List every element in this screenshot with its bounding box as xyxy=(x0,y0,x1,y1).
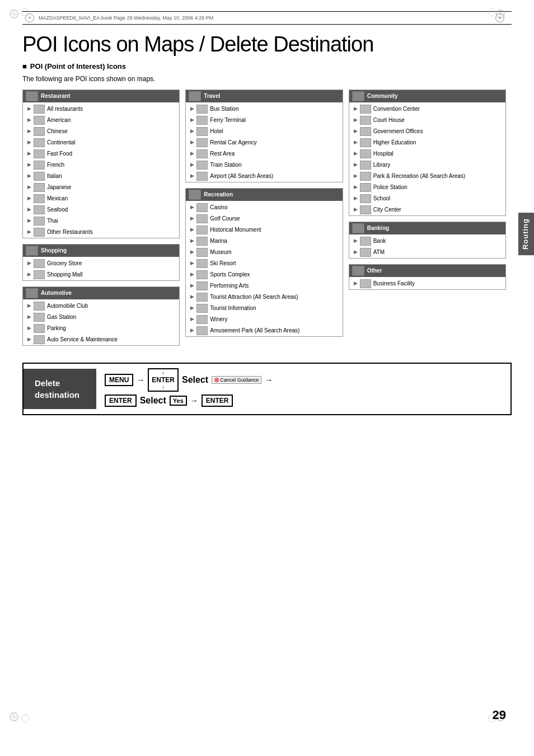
icon-train-station xyxy=(196,161,208,170)
arrow: ▶ xyxy=(354,249,358,256)
arrow: ▶ xyxy=(190,162,194,168)
poi-atm: ▶ ATM xyxy=(349,247,505,258)
corner-bottomleft xyxy=(8,711,20,722)
enter-label-1: ENTER xyxy=(152,376,175,384)
other-header-icon xyxy=(352,266,364,276)
poi-parking: ▶ Parking xyxy=(23,323,179,334)
icon-mexican xyxy=(34,194,45,203)
icon-hotel xyxy=(196,127,208,136)
instruction-row-1: MENU → ↑ ENTER ↓ Select Cancel Guidance … xyxy=(105,368,502,392)
poi-ferry: ▶ Ferry Terminal xyxy=(186,115,342,126)
enter-key-2[interactable]: ENTER xyxy=(105,395,137,407)
poi-japanese: ▶ Japanese xyxy=(23,182,179,193)
poi-hospital: ▶ Hospital xyxy=(349,148,505,159)
icon-italian xyxy=(34,172,45,181)
label-historical: Historical Monument xyxy=(210,227,261,233)
arrow: ▶ xyxy=(354,128,358,135)
arrow: ▶ xyxy=(190,204,194,211)
enter-arrow-down: ↓ xyxy=(162,384,165,389)
arrow: ▶ xyxy=(190,151,194,157)
label-ferry: Ferry Terminal xyxy=(210,117,246,124)
icon-amusement xyxy=(196,326,208,335)
select-label-2: Select xyxy=(140,396,166,406)
icon-shopping-mall xyxy=(34,270,45,279)
label-tourist-attraction: Tourist Attraction (All Search Areas) xyxy=(210,294,298,300)
poi-train-station: ▶ Train Station xyxy=(186,159,342,171)
label-higher-ed: Higher Education xyxy=(373,139,416,146)
label-seafood: Seafood xyxy=(47,206,68,213)
section-heading-text: POI (Point of Interest) Icons xyxy=(30,62,126,71)
delete-label: Delete destination xyxy=(24,369,96,409)
header-bar: MAZDASPEED6_NAVI_EA.book Page 29 Wednesd… xyxy=(22,11,512,25)
header-crosshair-right xyxy=(495,13,504,22)
cancel-guidance-text: Cancel Guidance xyxy=(220,377,259,383)
arrow: ▶ xyxy=(190,305,194,312)
poi-park-rec: ▶ Park & Recreation (All Search Areas) xyxy=(349,171,505,182)
label-atm: ATM xyxy=(373,249,385,256)
restaurant-label: Restaurant xyxy=(41,93,70,99)
label-other-restaurants: Other Restaurants xyxy=(47,229,93,236)
label-ski: Ski Resort xyxy=(210,260,236,267)
label-italian: Italian xyxy=(47,173,62,180)
poi-historical: ▶ Historical Monument xyxy=(186,224,342,236)
label-business: Business Facility xyxy=(373,280,415,287)
label-rental-car: Rental Car Agency xyxy=(210,139,256,146)
arrow: ▶ xyxy=(27,162,31,168)
label-american: American xyxy=(47,117,71,124)
icon-convention xyxy=(360,105,371,114)
enter-key-3[interactable]: ENTER xyxy=(202,395,233,407)
icon-japanese xyxy=(34,183,45,192)
poi-chinese: ▶ Chinese xyxy=(23,126,179,137)
poi-other-restaurants: ▶ Other Restaurants xyxy=(23,227,179,238)
poi-business: ▶ Business Facility xyxy=(349,278,505,289)
category-recreation-header: Recreation xyxy=(186,189,342,201)
arrow: ▶ xyxy=(354,238,358,245)
travel-label: Travel xyxy=(204,93,220,99)
poi-government: ▶ Government Offices xyxy=(349,126,505,137)
label-train-station: Train Station xyxy=(210,162,241,168)
poi-column-1: Restaurant ▶ All restaurants ▶ American … xyxy=(22,90,185,351)
icon-park-rec xyxy=(360,172,371,181)
arrow: ▶ xyxy=(190,271,194,278)
category-travel-header: Travel xyxy=(186,90,342,102)
delete-section: Delete destination MENU → ↑ ENTER ↓ Sele… xyxy=(22,363,512,415)
icon-casino xyxy=(196,203,208,212)
label-park-rec: Park & Recreation (All Search Areas) xyxy=(373,173,466,180)
label-fastfood: Fast Food xyxy=(47,151,72,157)
delete-instructions: MENU → ↑ ENTER ↓ Select Cancel Guidance … xyxy=(96,364,510,414)
poi-police: ▶ Police Station xyxy=(349,182,505,193)
poi-bus-station: ▶ Bus Station xyxy=(186,104,342,115)
category-automotive: Automotive ▶ Automobile Club ▶ Gas Stati… xyxy=(22,287,180,346)
label-continental: Continental xyxy=(47,139,76,146)
poi-golf: ▶ Golf Course xyxy=(186,213,342,224)
label-mexican: Mexican xyxy=(47,195,68,202)
poi-performing-arts: ▶ Performing Arts xyxy=(186,280,342,292)
poi-auto-service: ▶ Auto Service & Maintenance xyxy=(23,334,179,345)
shopping-label: Shopping xyxy=(41,247,67,253)
arrow: ▶ xyxy=(354,206,358,213)
arrow: ▶ xyxy=(27,184,31,191)
poi-all-restaurants: ▶ All restaurants xyxy=(23,104,179,115)
icon-city-center xyxy=(360,205,371,214)
poi-column-2: Travel ▶ Bus Station ▶ Ferry Terminal ▶ … xyxy=(185,90,348,342)
poi-fastfood: ▶ Fast Food xyxy=(23,148,179,159)
menu-key[interactable]: MENU xyxy=(105,374,133,386)
label-thai: Thai xyxy=(47,218,58,224)
label-japanese: Japanese xyxy=(47,184,71,191)
icon-winery xyxy=(196,315,208,324)
icon-ferry xyxy=(196,116,208,125)
icon-ski xyxy=(196,259,208,268)
label-school: School xyxy=(373,195,391,202)
label-government: Government Offices xyxy=(373,128,423,135)
icon-marina xyxy=(196,237,208,246)
label-french: French xyxy=(47,162,64,168)
poi-american: ▶ American xyxy=(23,115,179,126)
category-recreation: Recreation ▶ Casino ▶ Golf Course ▶ Hist… xyxy=(185,188,343,337)
icon-performing-arts xyxy=(196,281,208,290)
icon-police xyxy=(360,183,371,192)
community-label: Community xyxy=(367,93,398,99)
label-tourist-info: Tourist Information xyxy=(210,305,256,312)
label-convention: Convention Center xyxy=(373,106,420,112)
category-other: Other ▶ Business Facility xyxy=(349,264,506,290)
cancel-guidance-badge: Cancel Guidance xyxy=(212,376,261,384)
